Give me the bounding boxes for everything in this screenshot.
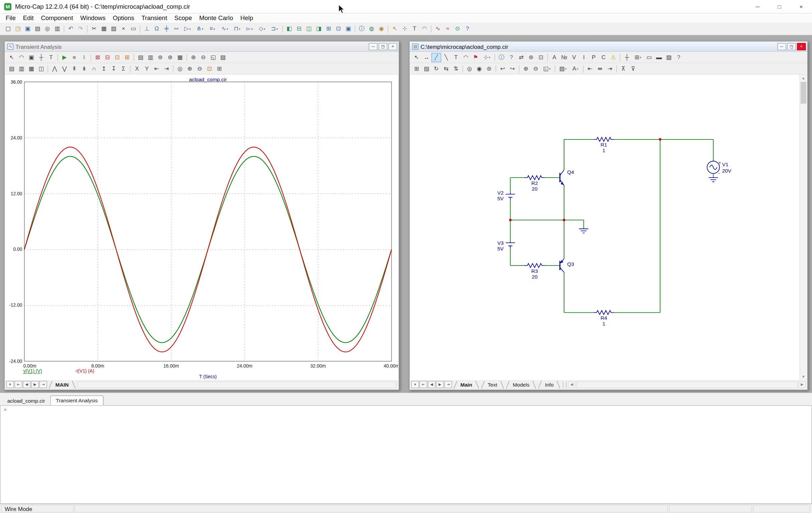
font-icon[interactable]: A xyxy=(569,64,581,73)
diode-component-icon[interactable]: ▷ xyxy=(181,24,194,33)
plot-restore-button[interactable]: ◳ xyxy=(379,43,387,50)
find-icon[interactable]: ◎ xyxy=(42,24,52,33)
zoom-in-icon[interactable]: ⊕ xyxy=(185,64,195,73)
output-panel-close-icon[interactable]: × xyxy=(2,407,8,413)
waveform-list-icon[interactable]: ▦ xyxy=(26,64,36,73)
border-icon[interactable]: ▭ xyxy=(644,53,654,62)
flip-y-icon[interactable]: ⇅ xyxy=(451,64,461,73)
component-icon[interactable]: ⊹ xyxy=(481,53,493,62)
menu-options[interactable]: Options xyxy=(109,14,138,22)
inflection-icon[interactable]: ∩ xyxy=(89,64,99,73)
find-icon[interactable]: ◎ xyxy=(464,64,474,73)
node-snap-icon[interactable]: ⊡ xyxy=(536,53,546,62)
transient-limits-icon[interactable]: ∿ xyxy=(433,24,443,33)
cursor-select-icon[interactable]: ◎ xyxy=(175,64,185,73)
digital-component-icon[interactable]: ⊐ xyxy=(268,24,281,33)
macro-component-icon[interactable]: ◇ xyxy=(256,24,268,33)
pause-icon[interactable]: ‖ xyxy=(79,53,89,62)
properties-icon[interactable]: ▨ xyxy=(664,53,674,62)
tag-right-icon[interactable]: ⇥ xyxy=(162,64,171,73)
transistor-Q3[interactable]: Q3 xyxy=(560,259,574,272)
pulse-source-component-icon[interactable]: ⊓ xyxy=(231,24,243,33)
grid-icon[interactable]: ⊞ xyxy=(214,64,224,73)
menu-scope[interactable]: Scope xyxy=(171,14,196,22)
split-horizontal-icon[interactable]: ⊞ xyxy=(324,24,334,33)
menu-edit[interactable]: Edit xyxy=(19,14,37,22)
schematic-vscrollbar[interactable]: ▲ ▼ xyxy=(800,75,807,380)
inductor-component-icon[interactable]: ∾ xyxy=(171,24,181,33)
zoom-window-icon[interactable]: ◱ xyxy=(208,53,218,62)
horizontal-cursor-icon[interactable]: ▤ xyxy=(136,53,145,62)
vertical-cursor-icon[interactable]: ▥ xyxy=(145,53,155,62)
conditions-icon[interactable]: C xyxy=(599,53,608,62)
resistor-R3[interactable]: R3 20 xyxy=(524,264,545,279)
restore-scales-icon[interactable]: ⊞ xyxy=(122,53,132,62)
tile-horizontal-icon[interactable]: ⊟ xyxy=(294,24,304,33)
menu-windows[interactable]: Windows xyxy=(77,14,109,22)
flip-x-icon[interactable]: ⇆ xyxy=(441,64,451,73)
step-back-icon[interactable]: ↩ xyxy=(498,64,507,73)
schematic-window-titlebar[interactable]: ▤ C:\temp\microcap\acload_comp.cir ─ ◳ × xyxy=(410,42,807,52)
pane-splitter-handle[interactable] xyxy=(563,381,567,388)
align-left-icon[interactable]: ⇤ xyxy=(585,64,595,73)
schematic-canvas[interactable]: R1 1 R2 20 R3 20 R4 xyxy=(410,75,799,380)
scroll-right-icon[interactable]: ▶ xyxy=(799,381,806,388)
graphics-mode-icon[interactable]: ◠ xyxy=(419,24,429,33)
schematic-restore-button[interactable]: ◳ xyxy=(787,43,796,50)
first-sheet-icon[interactable]: ⇤ xyxy=(419,381,427,388)
prev-sheet-icon[interactable]: ◀ xyxy=(428,381,435,388)
tokens-icon[interactable]: ⊛ xyxy=(165,53,175,62)
schematic-tab-info[interactable]: Info xyxy=(539,381,560,388)
graphics-icon[interactable]: ◠ xyxy=(461,53,470,62)
scroll-up-icon[interactable]: ▲ xyxy=(800,75,807,81)
cut-icon[interactable]: ✂ xyxy=(89,24,99,33)
document-tab-transient-analysis[interactable]: Transient Analysis xyxy=(50,395,103,405)
resistor-R1[interactable]: R1 1 xyxy=(593,137,614,154)
zoom-area-icon[interactable]: ◱ xyxy=(541,64,553,73)
plot-area[interactable]: acload_comp.cir 36.0024.0012.000.00-12.0… xyxy=(5,75,398,380)
file-link-icon[interactable]: ◍ xyxy=(367,24,376,33)
vscroll-thumb[interactable] xyxy=(801,82,806,104)
stop-icon[interactable]: ■ xyxy=(69,53,79,62)
print-icon[interactable]: ▥ xyxy=(53,24,62,33)
schematic-tab-models[interactable]: Models xyxy=(506,381,535,388)
scroll-left-icon[interactable]: ◀ xyxy=(568,381,575,388)
schematic-tab-main[interactable]: Main xyxy=(454,381,478,388)
legend-entry-v1-current[interactable]: -I(V1) (A) xyxy=(75,369,94,374)
schematic-close-button[interactable]: × xyxy=(797,43,806,50)
component-info-icon[interactable]: ⓘ xyxy=(357,24,367,33)
copy-icon[interactable]: ▦ xyxy=(99,24,109,33)
flag-icon[interactable]: ⚑ xyxy=(471,53,481,62)
cursor-icon[interactable]: ┼ xyxy=(36,53,46,62)
autoscale-icon[interactable]: ⊡ xyxy=(204,64,214,73)
app-titlebar[interactable]: M Micro-Cap 12.2.0.4 (64 bit) - C:\temp\… xyxy=(0,0,812,14)
add-tag-icon[interactable]: ◫ xyxy=(36,64,46,73)
last-sheet-icon[interactable]: ⇥ xyxy=(39,381,47,388)
ac-limits-icon[interactable]: ≈ xyxy=(443,24,453,33)
redo-icon[interactable]: ↷ xyxy=(76,24,85,33)
align-right-icon[interactable]: ⇥ xyxy=(605,64,614,73)
global-low-icon[interactable]: ↧ xyxy=(109,64,118,73)
panel-icon[interactable]: ▤ xyxy=(7,64,17,73)
web-link-icon[interactable]: ◉ xyxy=(377,24,386,33)
menu-help[interactable]: Help xyxy=(237,14,257,22)
zoom-out-icon[interactable]: ⊖ xyxy=(199,53,208,62)
properties-icon[interactable]: ▨ xyxy=(218,53,228,62)
plot-window-titlebar[interactable]: ∿ Transient Analysis ─ ◳ × xyxy=(5,42,399,52)
overlap-windows-icon[interactable]: ◨ xyxy=(314,24,323,33)
schematic-tab-text[interactable]: Text xyxy=(482,381,503,388)
battery-V3[interactable]: V3 5V xyxy=(497,240,515,251)
battery-component-icon[interactable]: ≡ xyxy=(206,24,219,33)
global-high-icon[interactable]: ↥ xyxy=(99,64,109,73)
plot-sheet-tab-main[interactable]: MAIN xyxy=(49,381,75,388)
menu-component[interactable]: Component xyxy=(37,14,77,22)
legend-entry-v1-voltage[interactable]: v(V1) (V) xyxy=(23,369,42,374)
clear-icon[interactable]: × xyxy=(119,24,128,33)
prev-sheet-icon[interactable]: ◀ xyxy=(23,381,30,388)
node-numbers-icon[interactable]: № xyxy=(559,53,569,62)
tag-left-icon[interactable]: ⇤ xyxy=(152,64,162,73)
cascade-windows-icon[interactable]: ◧ xyxy=(284,24,294,33)
next-sheet-icon[interactable]: ▶ xyxy=(436,381,444,388)
step-forward-icon[interactable]: ↪ xyxy=(508,64,517,73)
grid-snap-icon[interactable]: ⊞ xyxy=(412,64,422,73)
